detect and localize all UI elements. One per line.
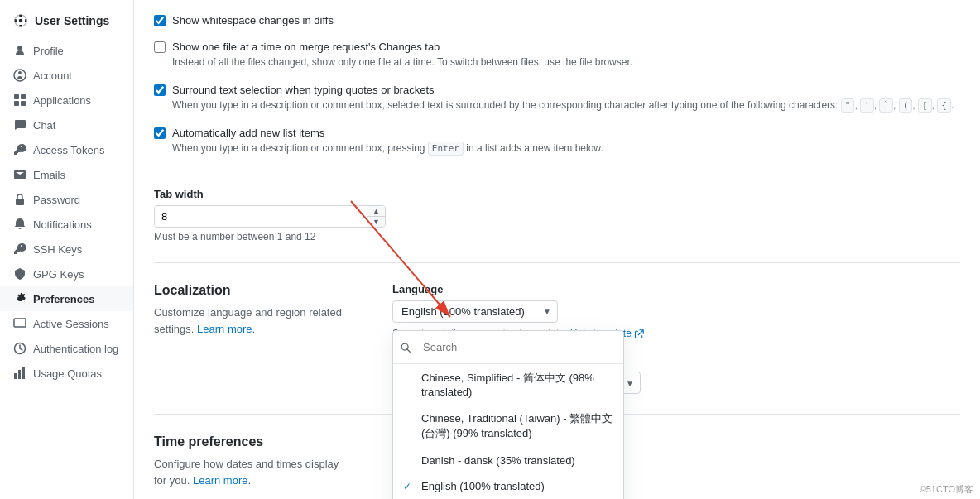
sidebar-item-label: Profile bbox=[33, 45, 64, 57]
sidebar-item-account[interactable]: Account bbox=[0, 63, 133, 88]
tab-width-section: Tab width ▲ ▼ Must be a number between 1… bbox=[154, 188, 960, 242]
grid-icon bbox=[13, 94, 26, 107]
localization-right: Language English (100% translated) ▼ bbox=[392, 283, 960, 394]
svg-rect-7 bbox=[14, 319, 26, 327]
sidebar-item-usage-quotas[interactable]: Usage Quotas bbox=[0, 361, 133, 386]
language-select-wrapper[interactable]: English (100% translated) ▼ bbox=[392, 300, 558, 323]
time-prefs-left: Time preferences Configure how dates and… bbox=[154, 434, 353, 488]
sidebar: User Settings Profile Account Applicatio… bbox=[0, 0, 134, 499]
auto-list-desc: When you type in a description or commen… bbox=[172, 142, 603, 156]
sidebar-item-label: Authentication log bbox=[33, 343, 118, 355]
chevron-down-icon: ▼ bbox=[543, 307, 551, 316]
whitespace-row: Show whitespace changes in diffs bbox=[154, 13, 960, 26]
sidebar-item-applications[interactable]: Applications bbox=[0, 88, 133, 113]
surround-desc: When you type in a description or commen… bbox=[172, 98, 954, 113]
lock-icon bbox=[13, 193, 26, 206]
dropdown-item-danish[interactable]: Danish - dansk (35% translated) bbox=[393, 448, 623, 473]
sidebar-item-label: GPG Keys bbox=[33, 268, 84, 281]
sidebar-item-label: Usage Quotas bbox=[33, 367, 102, 380]
one-file-row: Show one file at a time on merge request… bbox=[154, 40, 960, 70]
sidebar-item-label: Preferences bbox=[33, 293, 94, 305]
localization-learn-more-link[interactable]: Learn more bbox=[197, 323, 252, 335]
svg-rect-9 bbox=[14, 373, 17, 379]
key2-icon bbox=[13, 242, 26, 256]
sidebar-item-label: Notifications bbox=[33, 218, 92, 231]
gear-icon bbox=[13, 292, 26, 305]
svg-rect-6 bbox=[16, 199, 24, 205]
sidebar-item-label: Access Tokens bbox=[33, 144, 104, 156]
time-prefs-learn-more-link[interactable]: Learn more bbox=[193, 474, 247, 487]
language-dropdown: Chinese, Simplified - 简体中文 (98% translat… bbox=[392, 330, 624, 499]
search-input[interactable] bbox=[416, 338, 617, 357]
svg-rect-10 bbox=[18, 370, 21, 379]
sidebar-item-label: Account bbox=[33, 70, 72, 82]
auto-list-row: Automatically add new list items When yo… bbox=[154, 126, 960, 156]
svg-point-0 bbox=[19, 19, 23, 23]
localization-desc: Customize language and region related se… bbox=[154, 305, 353, 337]
shield-icon bbox=[13, 267, 26, 281]
person-icon bbox=[13, 44, 26, 57]
surround-label[interactable]: Surround text selection when typing quot… bbox=[172, 84, 435, 96]
whitespace-label[interactable]: Show whitespace changes in diffs bbox=[172, 14, 334, 26]
sidebar-item-emails[interactable]: Emails bbox=[0, 162, 133, 187]
localization-section: Localization Customize language and regi… bbox=[154, 262, 960, 394]
sidebar-item-notifications[interactable]: Notifications bbox=[0, 212, 133, 237]
svg-rect-4 bbox=[14, 101, 19, 106]
sidebar-item-label: Applications bbox=[33, 94, 91, 107]
main-content: Show whitespace changes in diffs Show on… bbox=[134, 0, 980, 499]
tab-width-input[interactable] bbox=[155, 206, 367, 227]
sidebar-item-chat[interactable]: Chat bbox=[0, 113, 133, 137]
sidebar-header: User Settings bbox=[0, 7, 133, 38]
person-circle-icon bbox=[13, 69, 26, 82]
surround-row: Surround text selection when typing quot… bbox=[154, 83, 960, 113]
sidebar-item-gpg-keys[interactable]: GPG Keys bbox=[0, 261, 133, 286]
sidebar-item-ssh-keys[interactable]: SSH Keys bbox=[0, 237, 133, 261]
svg-line-15 bbox=[407, 349, 411, 353]
svg-rect-5 bbox=[21, 101, 26, 106]
auto-list-label[interactable]: Automatically add new list items bbox=[172, 127, 324, 139]
language-field-container: English (100% translated) ▼ Chinese, Sim… bbox=[392, 300, 960, 394]
settings-icon bbox=[13, 13, 28, 28]
localization-title: Localization bbox=[154, 283, 353, 298]
spinner-down-button[interactable]: ▼ bbox=[368, 217, 385, 227]
dropdown-item-chinese-simplified[interactable]: Chinese, Simplified - 简体中文 (98% translat… bbox=[393, 364, 623, 405]
search-icon bbox=[400, 342, 411, 353]
localization-left: Localization Customize language and regi… bbox=[154, 283, 353, 394]
sidebar-title: User Settings bbox=[35, 14, 109, 27]
dropdown-list: Chinese, Simplified - 简体中文 (98% translat… bbox=[393, 364, 623, 499]
bell-icon bbox=[13, 218, 26, 231]
graph-icon bbox=[13, 367, 26, 380]
one-file-checkbox[interactable] bbox=[154, 41, 166, 53]
one-file-label[interactable]: Show one file at a time on merge request… bbox=[172, 41, 440, 53]
sidebar-item-profile[interactable]: Profile bbox=[0, 38, 133, 63]
sidebar-item-active-sessions[interactable]: Active Sessions bbox=[0, 311, 133, 336]
key-icon bbox=[13, 143, 26, 156]
spinner-up-button[interactable]: ▲ bbox=[368, 206, 385, 217]
sidebar-item-access-tokens[interactable]: Access Tokens bbox=[0, 137, 133, 162]
dropdown-item-english[interactable]: ✓ English (100% translated) bbox=[393, 473, 623, 499]
sidebar-item-label: Password bbox=[33, 194, 80, 206]
sidebar-item-authentication-log[interactable]: Authentication log bbox=[0, 336, 133, 361]
time-prefs-title: Time preferences bbox=[154, 434, 353, 449]
chat-icon bbox=[13, 118, 26, 132]
tab-width-hint: Must be a number between 1 and 12 bbox=[154, 231, 960, 242]
tab-width-label: Tab width bbox=[154, 188, 960, 200]
sidebar-item-label: SSH Keys bbox=[33, 243, 82, 256]
dropdown-item-chinese-traditional[interactable]: Chinese, Traditional (Taiwan) - 繁體中文 (台灣… bbox=[393, 405, 623, 448]
external-link-icon bbox=[634, 329, 644, 339]
svg-rect-11 bbox=[22, 367, 25, 379]
sidebar-item-preferences[interactable]: Preferences bbox=[0, 286, 133, 311]
dropdown-search-area bbox=[393, 331, 623, 364]
auto-list-checkbox[interactable] bbox=[154, 127, 166, 139]
time-prefs-desc: Configure how dates and times display fo… bbox=[154, 456, 353, 488]
surround-checkbox[interactable] bbox=[154, 84, 166, 96]
sidebar-item-label: Emails bbox=[33, 169, 65, 181]
sidebar-item-label: Chat bbox=[33, 119, 55, 132]
svg-rect-2 bbox=[14, 94, 19, 99]
svg-rect-3 bbox=[21, 94, 26, 99]
language-select-display[interactable]: English (100% translated) ▼ bbox=[392, 300, 558, 323]
device-icon bbox=[13, 317, 26, 330]
whitespace-checkbox[interactable] bbox=[154, 15, 166, 26]
sidebar-item-password[interactable]: Password bbox=[0, 187, 133, 212]
checkboxes-section: Show whitespace changes in diffs Show on… bbox=[154, 0, 960, 175]
